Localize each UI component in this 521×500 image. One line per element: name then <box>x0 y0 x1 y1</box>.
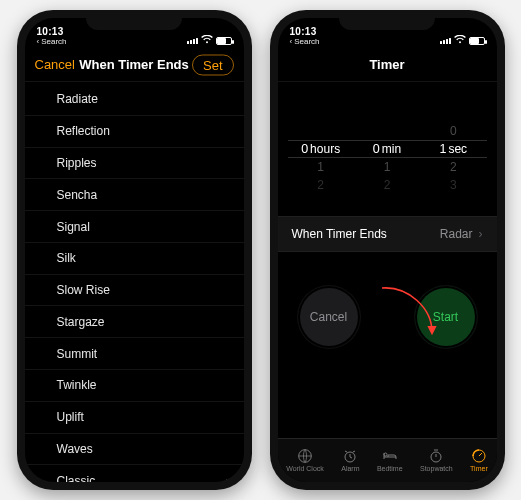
phone-left: 10:13 ‹ Search Cancel When Timer Ends <box>17 10 252 490</box>
phone-right: 10:13 ‹ Search Timer <box>270 10 505 490</box>
when-ends-value: Radar <box>440 227 473 241</box>
tab-stopwatch[interactable]: Stopwatch <box>420 448 453 472</box>
chevron-right-icon: › <box>479 227 483 241</box>
tab-bedtime[interactable]: Bedtime <box>377 448 403 472</box>
list-item[interactable]: Summit <box>25 338 244 370</box>
list-item[interactable]: Classic › <box>25 465 244 482</box>
list-item[interactable]: Ripples <box>25 148 244 180</box>
battery-icon <box>469 37 485 45</box>
picker-minutes[interactable]: 0min 1 2 <box>354 122 420 194</box>
list-item[interactable]: Radiate <box>25 84 244 116</box>
cellular-signal-icon <box>440 38 451 44</box>
list-item[interactable]: Silk <box>25 243 244 275</box>
cancel-button[interactable]: Cancel <box>35 48 75 81</box>
chevron-left-icon: ‹ <box>290 38 293 46</box>
set-button[interactable]: Set <box>192 54 234 75</box>
list-item[interactable]: Reflection <box>25 116 244 148</box>
list-item[interactable]: Waves <box>25 434 244 466</box>
screen-right: 10:13 ‹ Search Timer <box>278 18 497 482</box>
notch <box>86 10 182 30</box>
wifi-icon <box>454 35 466 46</box>
page-title: When Timer Ends <box>79 57 189 72</box>
annotation-arrow-icon <box>374 282 444 352</box>
bed-icon <box>382 448 398 464</box>
back-to-app[interactable]: ‹ Search <box>37 38 67 46</box>
tab-timer[interactable]: Timer <box>470 448 488 472</box>
list-item[interactable]: Uplift <box>25 402 244 434</box>
stopwatch-icon <box>428 448 444 464</box>
globe-icon <box>297 448 313 464</box>
list-item[interactable]: Signal <box>25 211 244 243</box>
back-to-app[interactable]: ‹ Search <box>290 38 320 46</box>
list-item[interactable]: Twinkle <box>25 370 244 402</box>
cancel-button[interactable]: Cancel <box>298 286 360 348</box>
nav-bar: Cancel When Timer Ends Set <box>25 48 244 82</box>
picker-hours[interactable]: 0hours 1 2 <box>288 122 354 194</box>
tab-world-clock[interactable]: World Clock <box>286 448 324 472</box>
tab-bar: World Clock Alarm Bedtime <box>278 438 497 482</box>
alarm-icon <box>342 448 358 464</box>
picker-seconds[interactable]: 0 1sec 2 3 <box>420 122 486 194</box>
chevron-left-icon: ‹ <box>37 38 40 46</box>
when-ends-label: When Timer Ends <box>292 227 387 241</box>
list-item[interactable]: Stargaze <box>25 306 244 338</box>
duration-picker[interactable]: 0hours 1 2 0min 1 2 0 1sec 2 3 <box>278 122 497 194</box>
when-timer-ends-row[interactable]: When Timer Ends Radar › <box>278 216 497 252</box>
notch <box>339 10 435 30</box>
tab-alarm[interactable]: Alarm <box>341 448 359 472</box>
cellular-signal-icon <box>187 38 198 44</box>
chevron-right-icon: › <box>226 474 230 482</box>
list-item[interactable]: Slow Rise <box>25 275 244 307</box>
timer-icon <box>471 448 487 464</box>
sound-list[interactable]: Radiate Reflection Ripples Sencha Signal… <box>25 82 244 482</box>
battery-icon <box>216 37 232 45</box>
screen-left: 10:13 ‹ Search Cancel When Timer Ends <box>25 18 244 482</box>
list-item[interactable]: Sencha <box>25 179 244 211</box>
wifi-icon <box>201 35 213 46</box>
page-title: Timer <box>369 57 404 72</box>
nav-bar: Timer <box>278 48 497 82</box>
